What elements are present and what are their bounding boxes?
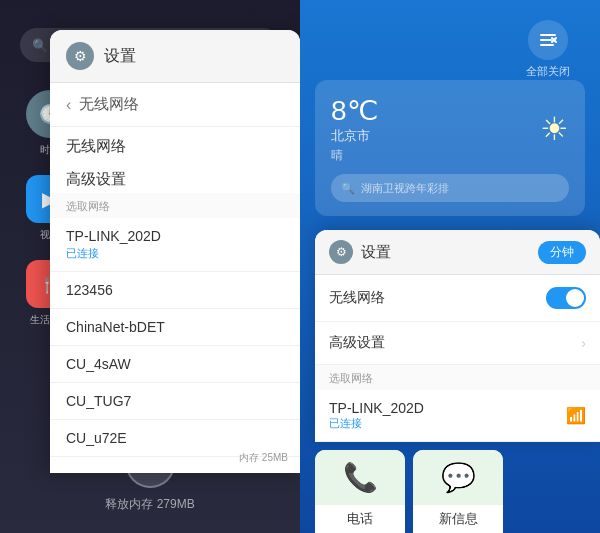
network-section-card: 选取网络 [315, 365, 600, 390]
network-name-3: CU_4sAW [66, 356, 284, 372]
right-panel: 全部关闭 8℃ 北京市 晴 ☀ 🔍 湖南卫视跨年彩排 ⚙ 设置 分钟 无线网络 [300, 0, 600, 533]
wifi-signal-icon: 📶 [566, 406, 586, 425]
message-card-label: 新信息 [413, 505, 503, 533]
settings-overlay: ⚙ 设置 ‹ 无线网络 无线网络 高级设置 选取网络 TP-LINK_202D … [50, 30, 300, 473]
network-card-name: TP-LINK_202D [329, 400, 424, 416]
settings-card-right: ⚙ 设置 分钟 无线网络 高级设置 › 选取网络 TP-LINK_202D 已连… [315, 230, 600, 442]
settings-card-title: 设置 [361, 243, 391, 262]
advanced-row[interactable]: 高级设置 › [315, 322, 600, 365]
settings-title: 设置 [104, 46, 136, 67]
advanced-label: 高级设置 [329, 334, 385, 352]
network-item-2[interactable]: ChinaNet-bDET [50, 309, 300, 346]
memory-info: 内存 25MB [239, 451, 288, 465]
weather-info: 8℃ 北京市 晴 [331, 94, 378, 164]
network-card-item[interactable]: TP-LINK_202D 已连接 📶 [315, 390, 600, 442]
wifi-label: 无线网络 [329, 289, 385, 307]
weather-city: 北京市 [331, 127, 378, 145]
settings-card-header: ⚙ 设置 分钟 [315, 230, 600, 275]
weather-search-text: 湖南卫视跨年彩排 [361, 181, 449, 196]
back-arrow-icon: ‹ [66, 96, 71, 114]
weather-card: 8℃ 北京市 晴 ☀ 🔍 湖南卫视跨年彩排 [315, 80, 585, 216]
left-panel: 🔍 高中禁办公还是高会 🕐 时钟 日历 2 日历 🛡 手机管家 ♪ 音乐 ▶ 视… [0, 0, 300, 533]
network-card-status: 已连接 [329, 416, 424, 431]
settings-gear-icon: ⚙ [66, 42, 94, 70]
weather-search-icon: 🔍 [341, 182, 355, 195]
settings-card-title-row: ⚙ 设置 [329, 240, 391, 264]
settings-back-label: 无线网络 [79, 95, 139, 114]
settings-header: ⚙ 设置 [50, 30, 300, 83]
advanced-section-title: 高级设置 [50, 160, 300, 193]
all-close-icon [528, 20, 568, 60]
chevron-right-icon: › [581, 335, 586, 351]
wifi-toggle[interactable] [546, 287, 586, 309]
weather-desc: 晴 [331, 147, 378, 164]
svg-rect-1 [540, 39, 552, 41]
all-close-label: 全部关闭 [526, 64, 570, 79]
message-card-icon: 💬 [413, 450, 503, 505]
all-close-area[interactable]: 全部关闭 [526, 20, 570, 79]
network-name-5: CU_u72E [66, 430, 284, 446]
weather-search-bar[interactable]: 🔍 湖南卫视跨年彩排 [331, 174, 569, 202]
network-item-3[interactable]: CU_4sAW [50, 346, 300, 383]
app-card-message[interactable]: 💬 新信息 [413, 450, 503, 533]
network-name-1: 123456 [66, 282, 284, 298]
free-memory-label: 释放内存 279MB [105, 496, 194, 513]
svg-rect-2 [540, 44, 554, 46]
settings-card-button[interactable]: 分钟 [538, 241, 586, 264]
wifi-row: 无线网络 [315, 275, 600, 322]
network-card-info: TP-LINK_202D 已连接 [329, 400, 424, 431]
sun-icon: ☀ [540, 110, 569, 148]
svg-rect-0 [540, 34, 556, 36]
settings-back-button[interactable]: ‹ 无线网络 [50, 83, 300, 127]
network-section-label: 选取网络 [50, 193, 300, 218]
weather-temp: 8℃ [331, 94, 378, 127]
wifi-section-title: 无线网络 [50, 127, 300, 160]
network-name-2: ChinaNet-bDET [66, 319, 284, 335]
phone-card-icon: 📞 [315, 450, 405, 505]
network-name-0: TP-LINK_202D [66, 228, 284, 244]
app-cards-area: 📞 电话 💬 新信息 [315, 450, 600, 533]
network-name-4: CU_TUG7 [66, 393, 284, 409]
network-item-1[interactable]: 123456 [50, 272, 300, 309]
network-item-4[interactable]: CU_TUG7 [50, 383, 300, 420]
weather-top: 8℃ 北京市 晴 ☀ [331, 94, 569, 164]
search-icon: 🔍 [32, 38, 48, 53]
network-item-0[interactable]: TP-LINK_202D 已连接 [50, 218, 300, 272]
app-card-phone[interactable]: 📞 电话 [315, 450, 405, 533]
settings-card-gear-icon: ⚙ [329, 240, 353, 264]
phone-card-label: 电话 [315, 505, 405, 533]
network-status-0: 已连接 [66, 246, 284, 261]
